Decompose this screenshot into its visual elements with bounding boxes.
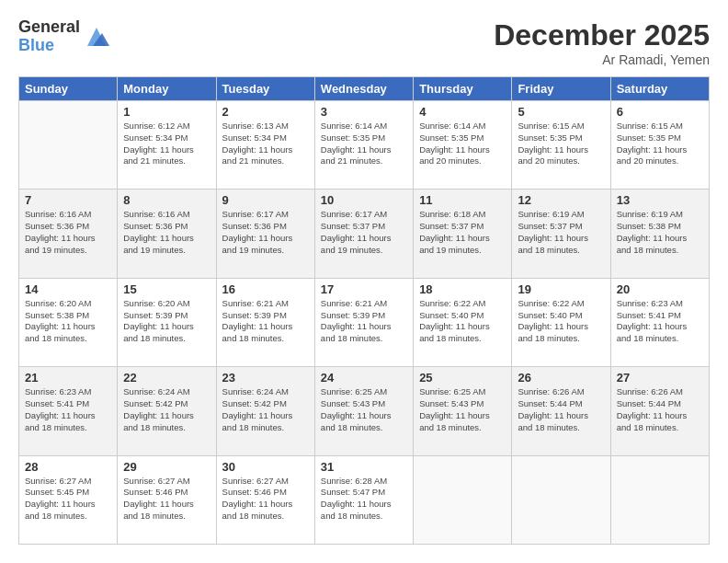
day-number: 9 [222,193,309,207]
day-info: Sunrise: 6:22 AM Sunset: 5:40 PM Dayligh… [518,298,604,345]
calendar-cell [19,101,118,190]
calendar-cell: 19Sunrise: 6:22 AM Sunset: 5:40 PM Dayli… [512,278,610,366]
calendar: SundayMondayTuesdayWednesdayThursdayFrid… [18,76,710,545]
logo-icon [84,24,109,50]
day-info: Sunrise: 6:27 AM Sunset: 5:45 PM Dayligh… [25,476,111,523]
calendar-cell: 10Sunrise: 6:17 AM Sunset: 5:37 PM Dayli… [314,190,413,278]
header: General Blue December 2025 Ar Ramadi, Ye… [18,18,710,67]
location: Ar Ramadi, Yemen [494,52,710,67]
day-info: Sunrise: 6:12 AM Sunset: 5:34 PM Dayligh… [123,121,210,167]
month-title: December 2025 [494,18,710,52]
day-info: Sunrise: 6:23 AM Sunset: 5:41 PM Dayligh… [617,298,703,345]
day-number: 8 [123,193,210,207]
calendar-header-thursday: Thursday [414,77,512,101]
day-info: Sunrise: 6:25 AM Sunset: 5:43 PM Dayligh… [419,386,506,433]
calendar-cell: 5Sunrise: 6:15 AM Sunset: 5:35 PM Daylig… [512,101,610,190]
day-number: 23 [222,371,309,385]
day-number: 14 [25,282,111,296]
calendar-cell: 17Sunrise: 6:21 AM Sunset: 5:39 PM Dayli… [314,278,413,366]
day-number: 20 [617,282,703,296]
calendar-week-row: 7Sunrise: 6:16 AM Sunset: 5:36 PM Daylig… [19,190,710,278]
day-number: 11 [419,193,506,207]
calendar-cell: 21Sunrise: 6:23 AM Sunset: 5:41 PM Dayli… [19,367,118,455]
calendar-cell: 12Sunrise: 6:19 AM Sunset: 5:37 PM Dayli… [512,190,610,278]
calendar-cell: 8Sunrise: 6:16 AM Sunset: 5:36 PM Daylig… [118,190,216,278]
calendar-cell: 4Sunrise: 6:14 AM Sunset: 5:35 PM Daylig… [414,101,512,190]
day-info: Sunrise: 6:13 AM Sunset: 5:34 PM Dayligh… [222,121,309,167]
calendar-cell: 14Sunrise: 6:20 AM Sunset: 5:38 PM Dayli… [19,278,118,366]
day-info: Sunrise: 6:27 AM Sunset: 5:46 PM Dayligh… [123,476,210,523]
calendar-header-wednesday: Wednesday [314,77,413,101]
day-info: Sunrise: 6:15 AM Sunset: 5:35 PM Dayligh… [518,121,604,167]
calendar-week-row: 1Sunrise: 6:12 AM Sunset: 5:34 PM Daylig… [19,101,710,190]
day-info: Sunrise: 6:26 AM Sunset: 5:44 PM Dayligh… [518,386,604,433]
day-info: Sunrise: 6:24 AM Sunset: 5:42 PM Dayligh… [222,386,309,433]
day-number: 7 [25,193,111,207]
calendar-cell [512,455,610,544]
calendar-cell: 15Sunrise: 6:20 AM Sunset: 5:39 PM Dayli… [118,278,216,366]
calendar-cell: 16Sunrise: 6:21 AM Sunset: 5:39 PM Dayli… [216,278,314,366]
day-number: 2 [222,105,309,119]
calendar-cell [414,455,512,544]
day-info: Sunrise: 6:21 AM Sunset: 5:39 PM Dayligh… [321,298,407,345]
day-info: Sunrise: 6:14 AM Sunset: 5:35 PM Dayligh… [321,121,407,167]
day-number: 31 [321,460,407,474]
day-number: 26 [518,371,604,385]
day-number: 17 [321,282,407,296]
day-number: 5 [518,105,604,119]
day-info: Sunrise: 6:24 AM Sunset: 5:42 PM Dayligh… [123,386,210,433]
day-number: 21 [25,371,111,385]
calendar-week-row: 28Sunrise: 6:27 AM Sunset: 5:45 PM Dayli… [19,455,710,544]
day-number: 16 [222,282,309,296]
calendar-cell: 25Sunrise: 6:25 AM Sunset: 5:43 PM Dayli… [414,367,512,455]
day-info: Sunrise: 6:18 AM Sunset: 5:37 PM Dayligh… [419,209,506,256]
calendar-header-monday: Monday [118,77,216,101]
calendar-cell: 28Sunrise: 6:27 AM Sunset: 5:45 PM Dayli… [19,455,118,544]
day-info: Sunrise: 6:26 AM Sunset: 5:44 PM Dayligh… [617,386,703,433]
day-info: Sunrise: 6:19 AM Sunset: 5:38 PM Dayligh… [617,209,703,256]
calendar-cell: 9Sunrise: 6:17 AM Sunset: 5:36 PM Daylig… [216,190,314,278]
calendar-cell: 18Sunrise: 6:22 AM Sunset: 5:40 PM Dayli… [414,278,512,366]
day-number: 12 [518,193,604,207]
day-info: Sunrise: 6:16 AM Sunset: 5:36 PM Dayligh… [25,209,111,256]
calendar-cell: 30Sunrise: 6:27 AM Sunset: 5:46 PM Dayli… [216,455,314,544]
day-info: Sunrise: 6:17 AM Sunset: 5:37 PM Dayligh… [321,209,407,256]
day-info: Sunrise: 6:17 AM Sunset: 5:36 PM Dayligh… [222,209,309,256]
calendar-cell: 22Sunrise: 6:24 AM Sunset: 5:42 PM Dayli… [118,367,216,455]
day-number: 19 [518,282,604,296]
day-number: 30 [222,460,309,474]
calendar-cell [610,455,709,544]
day-number: 18 [419,282,506,296]
day-number: 1 [123,105,210,119]
day-number: 24 [321,371,407,385]
calendar-cell: 31Sunrise: 6:28 AM Sunset: 5:47 PM Dayli… [314,455,413,544]
day-number: 29 [123,460,210,474]
day-info: Sunrise: 6:14 AM Sunset: 5:35 PM Dayligh… [419,121,506,167]
title-section: December 2025 Ar Ramadi, Yemen [494,18,710,67]
calendar-cell: 6Sunrise: 6:15 AM Sunset: 5:35 PM Daylig… [610,101,709,190]
day-number: 28 [25,460,111,474]
day-info: Sunrise: 6:23 AM Sunset: 5:41 PM Dayligh… [25,386,111,433]
day-number: 15 [123,282,210,296]
calendar-cell: 29Sunrise: 6:27 AM Sunset: 5:46 PM Dayli… [118,455,216,544]
logo-blue: Blue [18,37,80,55]
day-info: Sunrise: 6:16 AM Sunset: 5:36 PM Dayligh… [123,209,210,256]
calendar-cell: 20Sunrise: 6:23 AM Sunset: 5:41 PM Dayli… [610,278,709,366]
logo-text: General Blue [18,18,80,55]
calendar-cell: 27Sunrise: 6:26 AM Sunset: 5:44 PM Dayli… [610,367,709,455]
calendar-header-saturday: Saturday [610,77,709,101]
calendar-header-row: SundayMondayTuesdayWednesdayThursdayFrid… [19,77,710,101]
day-info: Sunrise: 6:20 AM Sunset: 5:38 PM Dayligh… [25,298,111,345]
day-info: Sunrise: 6:27 AM Sunset: 5:46 PM Dayligh… [222,476,309,523]
calendar-cell: 7Sunrise: 6:16 AM Sunset: 5:36 PM Daylig… [19,190,118,278]
day-number: 13 [617,193,703,207]
day-info: Sunrise: 6:22 AM Sunset: 5:40 PM Dayligh… [419,298,506,345]
day-number: 25 [419,371,506,385]
calendar-cell: 24Sunrise: 6:25 AM Sunset: 5:43 PM Dayli… [314,367,413,455]
calendar-header-sunday: Sunday [19,77,118,101]
calendar-week-row: 21Sunrise: 6:23 AM Sunset: 5:41 PM Dayli… [19,367,710,455]
logo-general: General [18,18,80,37]
day-info: Sunrise: 6:19 AM Sunset: 5:37 PM Dayligh… [518,209,604,256]
day-number: 27 [617,371,703,385]
day-info: Sunrise: 6:21 AM Sunset: 5:39 PM Dayligh… [222,298,309,345]
